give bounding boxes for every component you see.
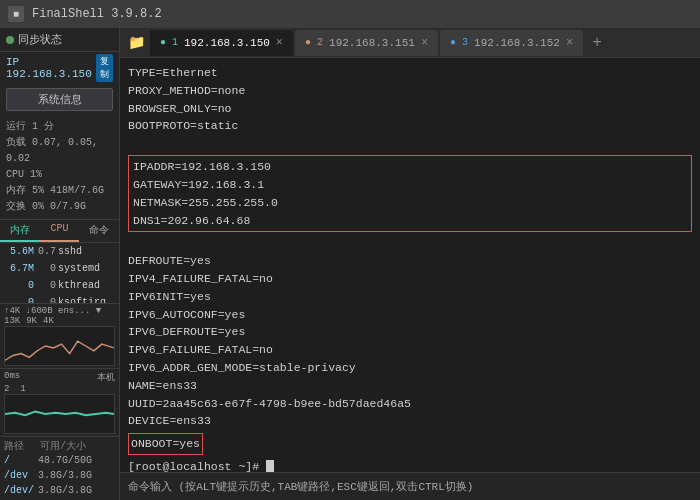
- chart-label: ↑4K ↓600B ens... ▼: [4, 306, 115, 316]
- network-mini-chart: [4, 326, 115, 366]
- highlight-inline: ONBOOT=yes: [128, 433, 203, 455]
- tab-bar: 📁 ● 1 192.168.3.150 × ● 2 192.168.3.151 …: [120, 28, 700, 58]
- memory-stat: 内存 5% 418M/7.6G: [6, 183, 113, 199]
- process-item: 6.7M 0 systemd: [0, 260, 119, 277]
- title-bar: ■ FinalShell 3.9.8.2: [0, 0, 700, 28]
- process-item: 0 0 kthread: [0, 277, 119, 294]
- sidebar-process-tabs: 内存 CPU 命令: [0, 220, 119, 243]
- folder-icon[interactable]: 📁: [124, 31, 148, 55]
- tab-commands[interactable]: 命令: [79, 220, 119, 242]
- latency-mini-chart: [4, 394, 115, 434]
- system-info-button[interactable]: 系统信息: [6, 88, 113, 111]
- swap-stat: 交换 0% 0/7.9G: [6, 199, 113, 215]
- route-item: / 48.7G/50G: [4, 453, 115, 468]
- tab-memory[interactable]: 内存: [0, 220, 40, 242]
- latency-chart-area: 0ms 本机 2 1: [0, 368, 119, 436]
- tab-3-close[interactable]: ×: [566, 36, 573, 50]
- tab-2-close[interactable]: ×: [421, 36, 428, 50]
- route-item: /dev 3.8G/3.8G: [4, 468, 115, 483]
- load-stat: 负载 0.07, 0.05, 0.02: [6, 135, 113, 167]
- add-tab-button[interactable]: +: [585, 31, 609, 55]
- route-item: /dev/... 3.8G/3.8G: [4, 483, 115, 498]
- input-hint: 命令输入 (按ALT键提示历史,TAB键路径,ESC键返回,双击CTRL切换): [128, 479, 473, 494]
- term-line: BOOTPROTO=static: [128, 117, 692, 135]
- term-line: IPV6_AUTOCONF=yes: [128, 306, 692, 324]
- sidebar: 同步状态 IP 192.168.3.150 复制 系统信息 运行 1 分 负载 …: [0, 28, 120, 500]
- running-stat: 运行 1 分: [6, 119, 113, 135]
- app-title: FinalShell 3.9.8.2: [32, 7, 162, 21]
- tab-1-label: 192.168.3.150: [184, 37, 270, 49]
- term-line: PROXY_METHOD=none: [128, 82, 692, 100]
- sync-label: 同步状态: [18, 32, 62, 47]
- tab-1-close[interactable]: ×: [276, 36, 283, 50]
- tab-3[interactable]: ● 3 192.168.3.152 ×: [440, 30, 583, 56]
- tab-cpu[interactable]: CPU: [40, 220, 80, 242]
- term-line: IPV6INIT=yes: [128, 288, 692, 306]
- term-line: UUID=2aa45c63-e67f-4798-b9ee-bd57daed46a…: [128, 395, 692, 413]
- process-list: 5.6M 0.7 sshd 6.7M 0 systemd 0 0 kthread…: [0, 243, 119, 303]
- term-line: IPV6_DEFROUTE=yes: [128, 323, 692, 341]
- tab-1[interactable]: ● 1 192.168.3.150 ×: [150, 30, 293, 56]
- sidebar-ip: IP 192.168.3.150 复制: [0, 52, 119, 84]
- term-line: DEVICE=ens33: [128, 412, 692, 430]
- main-layout: 同步状态 IP 192.168.3.150 复制 系统信息 运行 1 分 负载 …: [0, 28, 700, 500]
- route-section: 路径 可用/大小 / 48.7G/50G /dev 3.8G/3.8G /dev…: [0, 436, 119, 500]
- term-line: IPV6_ADDR_GEN_MODE=stable-privacy: [128, 359, 692, 377]
- process-item: 5.6M 0.7 sshd: [0, 243, 119, 260]
- term-line: DEFROUTE=yes: [128, 252, 692, 270]
- ip-text: IP 192.168.3.150: [6, 56, 92, 80]
- copy-ip-button[interactable]: 复制: [96, 54, 113, 82]
- tab-3-label: 192.168.3.152: [474, 37, 560, 49]
- term-line: IPV6_FAILURE_FATAL=no: [128, 341, 692, 359]
- input-bar: 命令输入 (按ALT键提示历史,TAB键路径,ESC键返回,双击CTRL切换): [120, 472, 700, 500]
- sync-dot: [6, 36, 14, 44]
- cpu-stat: CPU 1%: [6, 167, 113, 183]
- content-area: 📁 ● 1 192.168.3.150 × ● 2 192.168.3.151 …: [120, 28, 700, 500]
- sidebar-stats: 运行 1 分 负载 0.07, 0.05, 0.02 CPU 1% 内存 5% …: [0, 115, 119, 220]
- terminal-prompt: [root@localhost ~]#: [128, 458, 692, 472]
- route-header: 路径 可用/大小: [4, 439, 115, 453]
- highlight-block: IPADDR=192.168.3.150 GATEWAY=192.168.3.1…: [128, 155, 692, 232]
- process-item: 0 0 ksoftirq: [0, 294, 119, 303]
- term-line: TYPE=Ethernet: [128, 64, 692, 82]
- cursor: [266, 460, 274, 472]
- tab-2-label: 192.168.3.151: [329, 37, 415, 49]
- term-line: IPV4_FAILURE_FATAL=no: [128, 270, 692, 288]
- terminal-output[interactable]: TYPE=Ethernet PROXY_METHOD=none BROWSER_…: [120, 58, 700, 472]
- app-icon: ■: [8, 6, 24, 22]
- tab-2[interactable]: ● 2 192.168.3.151 ×: [295, 30, 438, 56]
- term-line: BROWSER_ONLY=no: [128, 100, 692, 118]
- term-line: NAME=ens33: [128, 377, 692, 395]
- network-chart-area: ↑4K ↓600B ens... ▼ 13K9K4K: [0, 303, 119, 368]
- sync-status: 同步状态: [0, 28, 119, 52]
